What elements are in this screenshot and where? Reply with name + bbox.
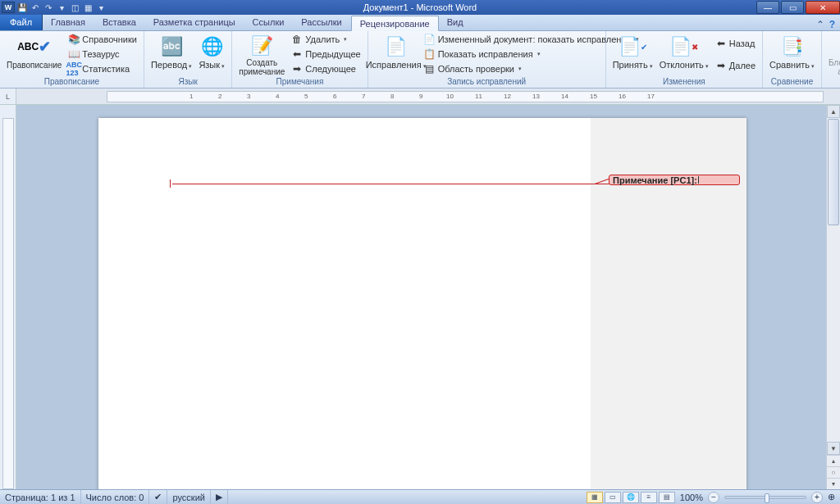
prev-icon: ⬅ xyxy=(291,48,303,60)
zoom-slider[interactable] xyxy=(724,496,806,499)
ribbon-tabs: Файл Главная Вставка Разметка страницы С… xyxy=(0,15,840,31)
group-label: Запись исправлений xyxy=(372,76,602,88)
delete-comment-button[interactable]: 🗑Удалить▾ xyxy=(290,33,362,47)
scroll-down-icon[interactable]: ▼ xyxy=(827,442,840,455)
document-area: Примечание [PC1]: ▲ ▼ ▴ ○ ▾ xyxy=(0,105,840,489)
maximize-button[interactable]: ▭ xyxy=(781,1,804,14)
translate-button[interactable]: 🔤 Перевод▾ xyxy=(148,32,195,76)
status-wordcount[interactable]: Число слов: 0 xyxy=(81,490,150,504)
group-compare: 📑 Сравнить▾ Сравнение xyxy=(763,31,822,88)
zoom-in-button[interactable]: + xyxy=(811,492,823,503)
reject-icon: 📄✖ xyxy=(671,34,697,60)
undo-icon[interactable]: ↶ xyxy=(30,2,41,13)
language-button[interactable]: 🌐 Язык▾ xyxy=(195,32,228,76)
back-icon: ⬅ xyxy=(715,38,727,49)
close-button[interactable]: ✕ xyxy=(806,1,840,14)
tab-page-layout[interactable]: Разметка страницы xyxy=(145,15,244,30)
group-label: Изменения xyxy=(609,76,759,88)
group-label: Защита xyxy=(825,76,840,88)
minimize-ribbon-icon[interactable]: ⌃ xyxy=(816,19,824,30)
window-title: Документ1 - Microsoft Word xyxy=(0,2,840,12)
research-button[interactable]: 📚Справочники xyxy=(66,33,139,47)
tab-home[interactable]: Главная xyxy=(43,15,94,30)
qat-dropdown-icon[interactable]: ▾ xyxy=(95,2,107,13)
wordcount-button[interactable]: ABC123Статистика xyxy=(66,62,139,76)
title-bar: W 💾 ↶ ↷ ▾ ◫ ▦ ▾ Документ1 - Microsoft Wo… xyxy=(0,0,840,15)
scroll-up-icon[interactable]: ▲ xyxy=(827,105,840,118)
translate-icon: 🔤 xyxy=(158,34,185,60)
scroll-thumb[interactable] xyxy=(828,119,839,225)
file-tab[interactable]: Файл xyxy=(0,15,43,30)
group-label: Язык xyxy=(148,76,228,88)
page-scroll-area[interactable]: Примечание [PC1]: xyxy=(16,105,826,489)
group-label: Правописание xyxy=(3,76,140,88)
compare-button[interactable]: 📑 Сравнить▾ xyxy=(766,32,818,76)
status-page[interactable]: Страница: 1 из 1 xyxy=(0,490,81,504)
ribbon: ABC✔ Правописание 📚Справочники 📖Тезаурус… xyxy=(0,31,840,89)
save-icon[interactable]: 💾 xyxy=(16,2,28,13)
browse-prev-icon[interactable]: ▴ xyxy=(827,455,840,466)
group-protect: 👥 Блокировать авторов 🔒 Ограничить редак… xyxy=(822,31,840,88)
redo-icon[interactable]: ↷ xyxy=(43,2,54,13)
comment-connector xyxy=(172,184,611,184)
zoom-slider-knob[interactable] xyxy=(765,493,769,503)
word-icon[interactable]: W xyxy=(2,2,15,13)
comment-text: Примечание [PC1]: xyxy=(613,175,697,185)
thesaurus-button[interactable]: 📖Тезаурус xyxy=(66,48,139,61)
qat-extra2-icon[interactable]: ▦ xyxy=(82,2,94,13)
thesaurus-icon: 📖 xyxy=(68,48,80,60)
zoom-fit-icon[interactable]: ⊕ xyxy=(823,492,840,502)
tab-insert[interactable]: Вставка xyxy=(94,15,145,30)
status-proofing[interactable]: ✔ xyxy=(149,490,167,504)
group-changes: 📄✔ Принять▾ 📄✖ Отклонить▾ ⬅Назад ➡Далее … xyxy=(606,31,763,88)
new-comment-icon: 📝 xyxy=(249,34,275,57)
browse-object-icon[interactable]: ○ xyxy=(827,466,840,478)
prev-comment-button[interactable]: ⬅Предыдущее xyxy=(290,48,362,61)
horizontal-ruler[interactable]: 12 34 56 78 910 1112 1314 1516 17 xyxy=(16,89,840,104)
compare-icon: 📑 xyxy=(779,34,806,60)
zoom-out-button[interactable]: − xyxy=(708,492,719,503)
qat-extra-icon[interactable]: ◫ xyxy=(69,2,80,13)
zoom-percent[interactable]: 100% xyxy=(675,493,708,502)
ruler-corner[interactable]: L xyxy=(0,89,16,104)
track-changes-button[interactable]: 📄 Исправления▾ xyxy=(372,32,421,76)
view-draft[interactable]: ▤ xyxy=(659,492,675,503)
status-language[interactable]: русский xyxy=(167,490,210,504)
track-icon: 📄 xyxy=(383,34,409,60)
page[interactable]: Примечание [PC1]: xyxy=(98,118,746,489)
comment-margin xyxy=(591,118,746,489)
doc-icon: 📄 xyxy=(424,34,436,45)
group-proofing: ABC✔ Правописание 📚Справочники 📖Тезаурус… xyxy=(0,31,144,88)
forward-icon: ➡ xyxy=(715,60,727,71)
browse-next-icon[interactable]: ▾ xyxy=(827,478,840,489)
prev-change-button[interactable]: ⬅Назад xyxy=(714,36,757,50)
new-comment-button[interactable]: 📝 Создать примечание xyxy=(235,32,288,76)
vertical-ruler[interactable] xyxy=(0,105,16,489)
help-icon[interactable]: ? xyxy=(829,19,835,30)
tab-mailings[interactable]: Рассылки xyxy=(293,15,350,30)
block-authors-button[interactable]: 👥 Блокировать авторов xyxy=(825,32,840,76)
proofing-icon: ✔ xyxy=(154,492,162,502)
qat-more-icon[interactable]: ▾ xyxy=(56,2,67,13)
comment-cursor xyxy=(698,176,699,184)
view-print-layout[interactable]: ▦ xyxy=(587,492,603,503)
next-change-button[interactable]: ➡Далее xyxy=(714,58,757,72)
minimize-button[interactable]: — xyxy=(756,1,779,14)
view-full-screen[interactable]: ▭ xyxy=(605,492,621,503)
markup-icon: 📋 xyxy=(424,48,436,60)
macro-icon: ▶ xyxy=(216,492,222,502)
comment-balloon[interactable]: Примечание [PC1]: xyxy=(609,175,740,185)
stats-icon: ABC123 xyxy=(68,63,80,75)
view-outline[interactable]: ≡ xyxy=(641,492,657,503)
tab-review[interactable]: Рецензирование xyxy=(351,16,439,31)
spelling-button[interactable]: ABC✔ Правописание xyxy=(3,32,65,76)
status-macro[interactable]: ▶ xyxy=(211,490,228,504)
tab-view[interactable]: Вид xyxy=(439,15,472,30)
tab-references[interactable]: Ссылки xyxy=(244,15,294,30)
status-bar: Страница: 1 из 1 Число слов: 0 ✔ русский… xyxy=(0,489,840,504)
next-comment-button[interactable]: ➡Следующее xyxy=(290,62,362,76)
view-web-layout[interactable]: 🌐 xyxy=(623,492,639,503)
accept-button[interactable]: 📄✔ Принять▾ xyxy=(609,32,656,76)
reject-button[interactable]: 📄✖ Отклонить▾ xyxy=(656,32,712,76)
vertical-scrollbar[interactable]: ▲ ▼ ▴ ○ ▾ xyxy=(826,105,840,489)
